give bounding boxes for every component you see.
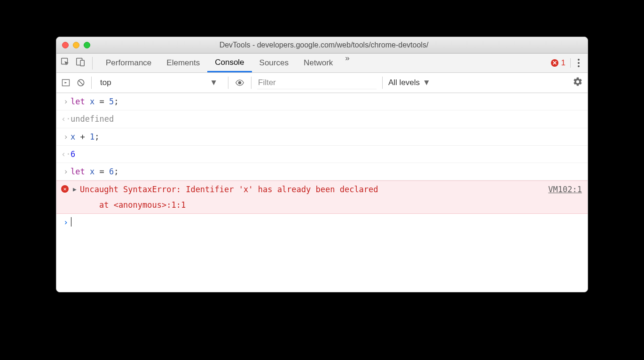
error-icon: ✕ xyxy=(61,185,69,193)
tab-performance[interactable]: Performance xyxy=(98,54,159,72)
text-cursor xyxy=(71,217,71,227)
tab-sources[interactable]: Sources xyxy=(252,54,296,72)
entry-content: 6 xyxy=(71,147,582,162)
console-error-entry[interactable]: ✕ ▶ Uncaught SyntaxError: Identifier 'x'… xyxy=(56,180,588,214)
tab-elements[interactable]: Elements xyxy=(159,54,207,72)
console-toolbar: top ▼ All levels ▼ xyxy=(56,73,588,93)
console-input-entry[interactable]: ›let x = 5; xyxy=(56,93,588,110)
console-prompt[interactable]: › xyxy=(56,214,588,231)
entry-content: undefined xyxy=(71,111,582,126)
output-chevron-icon: ‹· xyxy=(61,147,71,162)
input-chevron-icon: › xyxy=(61,94,71,109)
console-output-entry[interactable]: ‹·6 xyxy=(56,146,588,163)
inspect-element-icon[interactable] xyxy=(60,57,71,70)
device-toolbar-icon[interactable] xyxy=(75,57,86,70)
log-levels-selector[interactable]: All levels ▼ xyxy=(388,78,431,87)
tab-console[interactable]: Console xyxy=(207,54,251,72)
context-label: top xyxy=(100,78,111,87)
panel-tabs-bar: Performance Elements Console Sources Net… xyxy=(56,54,588,73)
svg-rect-2 xyxy=(80,60,84,66)
console-output: ›let x = 5;‹·undefined›x + 1;‹·6›let x =… xyxy=(56,93,588,292)
error-count-badge[interactable]: ✕ 1 xyxy=(546,58,571,68)
input-chevron-icon: › xyxy=(61,164,71,179)
window-titlebar: DevTools - developers.google.com/web/too… xyxy=(56,37,588,54)
more-options-button[interactable] xyxy=(573,57,584,69)
error-count: 1 xyxy=(561,58,565,68)
expand-error-icon[interactable]: ▶ xyxy=(71,182,78,197)
chevron-down-icon: ▼ xyxy=(423,78,431,87)
execution-context-selector[interactable]: top ▼ xyxy=(97,78,222,87)
tab-network[interactable]: Network xyxy=(296,54,340,72)
entry-content: x + 1; xyxy=(71,129,582,144)
entry-content: let x = 5; xyxy=(71,94,582,109)
window-title: DevTools - developers.google.com/web/too… xyxy=(66,41,582,49)
svg-point-6 xyxy=(238,81,241,84)
console-input-entry[interactable]: ›let x = 6; xyxy=(56,163,588,180)
live-expression-icon[interactable] xyxy=(234,78,245,87)
error-message: Uncaught SyntaxError: Identifier 'x' has… xyxy=(80,182,541,212)
prompt-chevron-icon: › xyxy=(61,215,71,230)
error-icon: ✕ xyxy=(551,59,558,67)
levels-label: All levels xyxy=(388,78,420,87)
svg-line-5 xyxy=(79,80,83,85)
console-output-entry[interactable]: ‹·undefined xyxy=(56,110,588,128)
entry-content: let x = 6; xyxy=(71,164,582,179)
error-source-link[interactable]: VM102:1 xyxy=(541,182,582,197)
tabs-overflow-button[interactable]: » xyxy=(340,54,354,72)
clear-console-icon[interactable] xyxy=(76,78,86,87)
input-chevron-icon: › xyxy=(61,129,71,144)
devtools-window: DevTools - developers.google.com/web/too… xyxy=(56,37,588,292)
panel-tabs: Performance Elements Console Sources Net… xyxy=(98,54,354,72)
output-chevron-icon: ‹· xyxy=(61,111,71,126)
show-console-sidebar-icon[interactable] xyxy=(61,78,71,87)
console-input-entry[interactable]: ›x + 1; xyxy=(56,128,588,146)
chevron-down-icon: ▼ xyxy=(210,78,218,87)
console-settings-icon[interactable] xyxy=(573,77,583,89)
filter-input[interactable] xyxy=(257,76,377,89)
